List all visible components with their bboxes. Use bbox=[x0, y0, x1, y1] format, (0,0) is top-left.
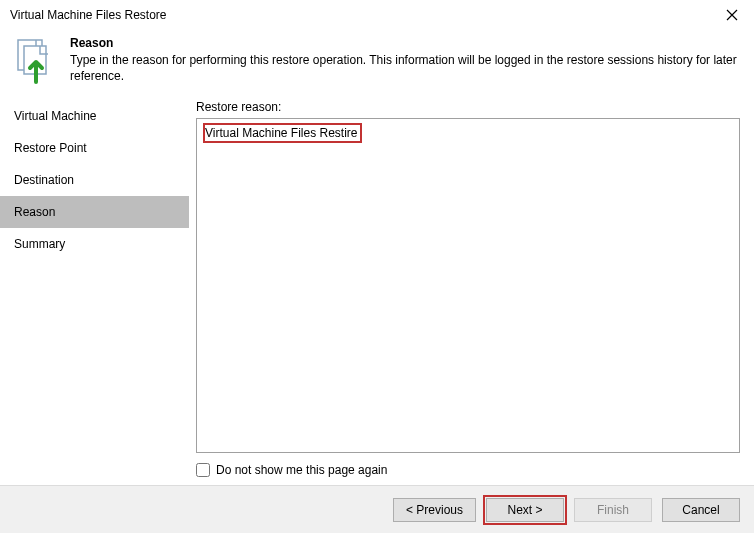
sidebar-item-summary[interactable]: Summary bbox=[0, 228, 189, 260]
sidebar-item-label: Restore Point bbox=[14, 141, 87, 155]
cancel-button[interactable]: Cancel bbox=[662, 498, 740, 522]
dont-show-row[interactable]: Do not show me this page again bbox=[196, 463, 740, 477]
header: Reason Type in the reason for performing… bbox=[0, 30, 754, 98]
reason-text-highlight: Virtual Machine Files Restire bbox=[203, 123, 362, 143]
reason-value: Virtual Machine Files Restire bbox=[205, 126, 358, 140]
sidebar-item-label: Reason bbox=[14, 205, 55, 219]
wizard-sidebar: Virtual Machine Restore Point Destinatio… bbox=[0, 96, 190, 485]
sidebar-item-restore-point[interactable]: Restore Point bbox=[0, 132, 189, 164]
header-description: Type in the reason for performing this r… bbox=[70, 52, 744, 84]
sidebar-item-virtual-machine[interactable]: Virtual Machine bbox=[0, 100, 189, 132]
restore-icon bbox=[10, 36, 58, 84]
next-button[interactable]: Next > bbox=[486, 498, 564, 522]
close-icon bbox=[726, 9, 738, 21]
sidebar-item-reason[interactable]: Reason bbox=[0, 196, 189, 228]
previous-button[interactable]: < Previous bbox=[393, 498, 476, 522]
reason-input[interactable]: Virtual Machine Files Restire bbox=[196, 118, 740, 453]
window-title: Virtual Machine Files Restore bbox=[10, 8, 167, 22]
sidebar-item-destination[interactable]: Destination bbox=[0, 164, 189, 196]
finish-button: Finish bbox=[574, 498, 652, 522]
sidebar-item-label: Virtual Machine bbox=[14, 109, 97, 123]
titlebar: Virtual Machine Files Restore bbox=[0, 0, 754, 30]
dont-show-label: Do not show me this page again bbox=[216, 463, 387, 477]
header-text: Reason Type in the reason for performing… bbox=[70, 36, 744, 84]
footer: < Previous Next > Finish Cancel bbox=[0, 485, 754, 533]
main-panel: Restore reason: Virtual Machine Files Re… bbox=[190, 96, 754, 485]
sidebar-item-label: Destination bbox=[14, 173, 74, 187]
dont-show-checkbox[interactable] bbox=[196, 463, 210, 477]
reason-label: Restore reason: bbox=[196, 100, 740, 114]
sidebar-item-label: Summary bbox=[14, 237, 65, 251]
header-heading: Reason bbox=[70, 36, 744, 50]
content: Virtual Machine Restore Point Destinatio… bbox=[0, 96, 754, 485]
close-button[interactable] bbox=[710, 0, 754, 30]
